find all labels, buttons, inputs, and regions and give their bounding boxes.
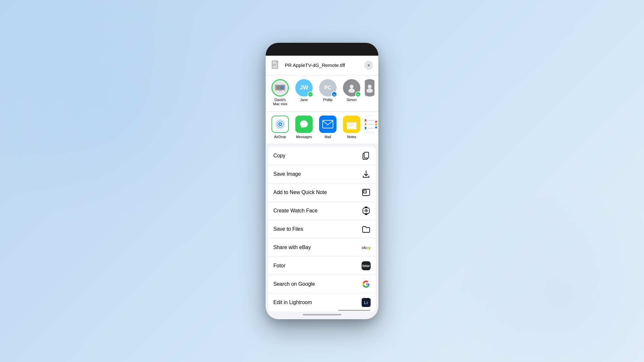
person-item-simon[interactable]: w Simon — [341, 79, 362, 106]
action-label-watch-face: Create Watch Face — [273, 208, 317, 214]
app-item-notes[interactable]: Notes — [341, 116, 362, 139]
svg-point-18 — [368, 85, 372, 88]
actions-section: Copy Save Image — [268, 147, 376, 311]
person-item-jane[interactable]: JW ✓ Jane — [293, 79, 315, 106]
svg-rect-32 — [364, 152, 369, 158]
app-label-notes: Notes — [347, 135, 356, 139]
action-share-ebay[interactable]: Share with eBay ebay — [268, 238, 376, 257]
action-label-lightroom: Edit in Lightroom — [273, 300, 312, 305]
person-label-simon: Simon — [346, 98, 356, 102]
action-label-fotor: Fotor — [273, 263, 285, 269]
badge-jane: ✓ — [308, 91, 313, 97]
svg-rect-25 — [323, 120, 333, 128]
svg-text:w: w — [357, 93, 359, 96]
action-label-save-files: Save to Files — [273, 226, 303, 232]
action-google[interactable]: Search on Google — [268, 275, 376, 293]
person-label-davids-mac: David'sMac mini — [273, 98, 287, 106]
phone-container: PR ApplеTV-4G_Remote.tiff × — [266, 43, 378, 319]
svg-point-15 — [348, 88, 355, 93]
home-indicator — [303, 314, 341, 315]
person-label-phillip: Phillip — [323, 98, 332, 102]
reminders-icon — [365, 116, 374, 133]
apps-row: AirDrop Messages — [266, 112, 378, 144]
google-icon — [362, 280, 371, 289]
phone-screen: PR ApplеTV-4G_Remote.tiff × — [266, 43, 378, 319]
avatar-davids-mac — [271, 79, 289, 97]
svg-point-19 — [366, 88, 373, 93]
avatar-phillip: PC m — [319, 79, 336, 97]
airdrop-icon — [271, 116, 289, 133]
save-image-icon — [362, 170, 371, 179]
action-label-save-image: Save Image — [273, 171, 301, 177]
lightroom-icon: Lr — [362, 298, 371, 307]
dot-red — [375, 121, 377, 123]
action-quick-note[interactable]: Add to New Quick Note — [268, 183, 376, 202]
svg-rect-24 — [322, 120, 333, 128]
action-lightroom[interactable]: Edit in Lightroom Lr — [268, 293, 376, 311]
avatar-jane: JW ✓ — [295, 79, 313, 97]
more-indicator — [375, 121, 377, 135]
avatar-simon: w — [343, 79, 360, 97]
top-bar — [266, 43, 378, 56]
action-fotor[interactable]: Fotor fotor — [268, 257, 376, 275]
svg-rect-2 — [273, 64, 277, 65]
svg-point-14 — [350, 85, 354, 88]
app-label-mail: Mail — [325, 135, 331, 139]
app-label-messages: Messages — [296, 135, 312, 139]
dot-orange — [375, 124, 377, 125]
file-icon — [271, 60, 281, 70]
copy-icon — [362, 151, 371, 160]
app-item-messages[interactable]: Messages — [293, 116, 315, 139]
badge-simon: w — [355, 91, 361, 97]
notes-icon — [343, 116, 360, 133]
dot-blue — [375, 126, 377, 128]
person-item-phillip[interactable]: PC m Phillip — [317, 79, 338, 106]
svg-text:✓: ✓ — [309, 93, 311, 96]
svg-point-23 — [279, 124, 281, 125]
action-watch-face[interactable]: Create Watch Face — [268, 202, 376, 220]
action-save-files[interactable]: Save to Files — [268, 220, 376, 238]
share-header: PR ApplеTV-4G_Remote.tiff × — [266, 56, 378, 75]
share-title: PR ApplеTV-4G_Remote.tiff — [285, 62, 360, 68]
person-item-ann[interactable] — [365, 79, 374, 106]
svg-rect-34 — [363, 190, 366, 193]
action-label-copy: Copy — [273, 153, 285, 159]
svg-rect-28 — [348, 124, 354, 124]
person-item-davids-mac[interactable]: David'sMac mini — [270, 79, 291, 106]
action-save-image[interactable]: Save Image — [268, 165, 376, 183]
messages-icon — [295, 116, 313, 133]
badge-phillip: m — [331, 91, 337, 97]
watch-face-icon — [362, 206, 371, 215]
avatar-ann — [365, 79, 374, 97]
action-copy[interactable]: Copy — [268, 147, 376, 165]
action-label-ebay: Share with eBay — [273, 245, 311, 250]
quick-note-icon — [362, 188, 371, 197]
action-label-quick-note: Add to New Quick Note — [273, 190, 327, 195]
action-label-google: Search on Google — [273, 281, 315, 287]
app-item-airdrop[interactable]: AirDrop — [270, 116, 291, 139]
svg-rect-3 — [273, 65, 276, 66]
ebay-icon: ebay — [362, 243, 371, 252]
app-item-mail[interactable]: Mail — [317, 116, 338, 139]
svg-text:m: m — [333, 93, 335, 96]
svg-rect-30 — [347, 120, 356, 122]
close-button[interactable]: × — [364, 61, 373, 70]
svg-rect-29 — [348, 125, 353, 126]
person-label-jane: Jane — [300, 98, 308, 102]
svg-rect-7 — [279, 90, 282, 91]
people-row: David'sMac mini JW ✓ Jane — [266, 75, 378, 112]
svg-rect-6 — [277, 86, 284, 89]
mail-icon — [319, 116, 336, 133]
app-label-airdrop: AirDrop — [274, 135, 286, 139]
app-item-reminders[interactable] — [365, 116, 374, 139]
save-files-icon — [362, 225, 371, 234]
share-sheet: PR ApplеTV-4G_Remote.tiff × — [266, 56, 378, 319]
scroll-indicator — [338, 310, 370, 311]
bottom-bar — [266, 311, 378, 319]
fotor-icon: fotor — [362, 261, 371, 270]
